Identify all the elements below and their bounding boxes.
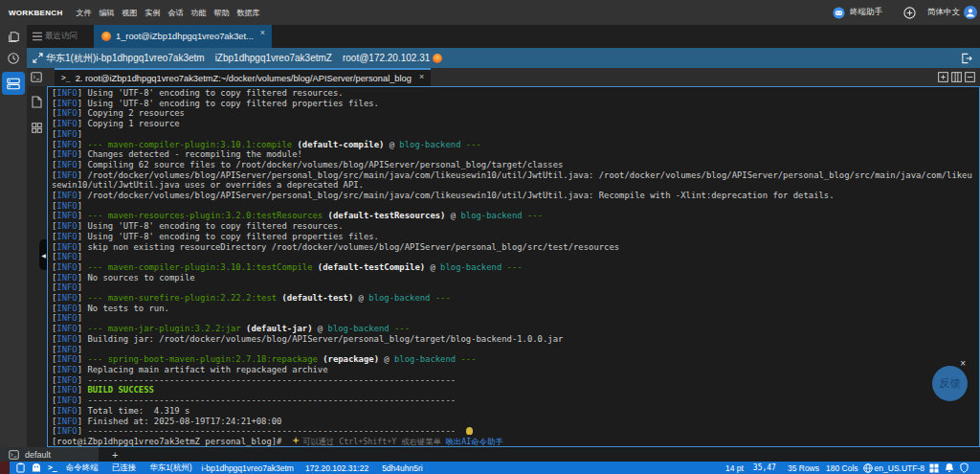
status-bar: >_ 命令终端 已连接 华东1(杭州) i-bp1dhpgq1vreo7ak3e… <box>0 462 980 474</box>
cols-indicator: 180 Cols <box>826 463 858 473</box>
menu-item-6[interactable]: 帮助 <box>212 8 231 18</box>
assistant-robot-icon[interactable] <box>833 7 845 19</box>
close-tab-icon[interactable]: × <box>260 28 265 37</box>
terminal-line: [INFO] Finished at: 2025-08-19T17:24:21+… <box>52 417 979 427</box>
assistant-label[interactable]: 终端助手 <box>850 7 882 18</box>
terminal-line: [INFO] --- maven-compiler-plugin:3.10.1:… <box>52 140 979 150</box>
activity-bar <box>0 25 27 447</box>
terminal-line: [INFO] /root/docker/volumes/blog/APIServ… <box>52 170 979 181</box>
font-size-indicator[interactable]: 14 pt <box>725 463 744 473</box>
terminal-line: [INFO] skip non existing resourceDirecto… <box>52 242 979 253</box>
tab-list-icon[interactable] <box>32 32 43 41</box>
cursor-position: 35,47 <box>753 463 776 472</box>
login-address: root@172.20.102.31 <box>343 53 430 63</box>
terminal-line: [INFO] Copying 1 resource <box>52 119 979 129</box>
session-tab-bar: 最近访问 1_root@iZbp1dhpgq1vreo7ak3et... × <box>27 25 980 48</box>
avatar[interactable] <box>964 6 977 19</box>
file-upload-icon[interactable] <box>32 96 42 108</box>
terminal-tab-active[interactable]: >_ 2. root@iZbp1dhpgq1vreo7ak3etmZ:~/doc… <box>55 68 431 86</box>
terminal-output: [INFO] Using 'UTF-8' encoding to copy fi… <box>48 87 979 447</box>
menubar-menus: 文件编辑视图实例会话功能帮助数据库 <box>72 8 263 18</box>
new-terminal-icon[interactable] <box>938 72 948 82</box>
terminal-panel-icon[interactable] <box>31 72 42 82</box>
terminal-line: [INFO] --- maven-jar-plugin:3.2.2:jar (d… <box>52 324 979 334</box>
terminal-line: [INFO] Compiling 62 source files to /roo… <box>52 160 979 170</box>
terminal-line: [root@iZbp1dhpgq1vreo7ak3etmZ personal_b… <box>52 437 979 447</box>
default-session-tab[interactable]: default <box>0 447 99 462</box>
session-info-bar: 华东1(杭州)i-bp1dhpgq1vreo7ak3etm iZbp1dhpgq… <box>27 48 980 68</box>
clipboard-icon[interactable] <box>16 463 25 473</box>
terminal-icon <box>9 450 19 460</box>
terminal-line: [INFO] <box>52 201 979 212</box>
menu-item-5[interactable]: 功能 <box>189 8 208 18</box>
plus-circle-icon[interactable] <box>903 7 916 19</box>
language-selector[interactable]: 简体中文 <box>927 7 960 18</box>
menu-item-7[interactable]: 数据库 <box>234 8 261 18</box>
terminal-screen[interactable]: [INFO] Using 'UTF-8' encoding to copy fi… <box>47 86 980 447</box>
terminal-line: [INFO] No tests to run. <box>52 304 979 314</box>
terminal-line: [INFO] ---------------------------------… <box>52 426 979 437</box>
sessions-tab-active[interactable] <box>2 72 25 95</box>
menu-item-3[interactable]: 实例 <box>143 8 162 18</box>
shield-icon[interactable] <box>960 463 969 473</box>
statusbar-terminal-label[interactable]: 命令终端 <box>66 463 99 474</box>
terminal-line: [INFO] No sources to compile <box>52 273 979 283</box>
connection-status: 已连接 <box>112 463 137 474</box>
statusbar-region: 华东1(杭州) <box>149 463 191 474</box>
statusbar-address: 172.20.102.31:22 <box>305 463 368 473</box>
terminal-line: [INFO] Building jar: /root/docker/volume… <box>52 334 979 345</box>
globe-icon[interactable] <box>863 463 873 473</box>
workbench-logo: WORKBENCH <box>9 9 62 17</box>
bell-icon[interactable] <box>945 463 954 473</box>
terminal-tab-bar: >_ 2. root@iZbp1dhpgq1vreo7ak3etmZ:~/doc… <box>27 68 980 86</box>
menu-bar: WORKBENCH 文件编辑视图实例会话功能帮助数据库 终端助手 简体中文 <box>0 0 980 25</box>
history-icon[interactable] <box>7 52 20 65</box>
terminal-line: [INFO] --- spring-boot-maven-plugin:2.7.… <box>52 354 979 365</box>
terminal-line: [INFO] Using 'UTF-8' encoding to copy fi… <box>52 88 979 99</box>
add-session-button[interactable]: + <box>112 449 118 461</box>
recording-indicator <box>0 462 10 474</box>
minimize-terminal-icon[interactable] <box>965 72 975 82</box>
apps-grid-icon[interactable] <box>32 123 42 133</box>
expand-icon[interactable] <box>33 53 43 63</box>
flame-icon <box>433 54 442 63</box>
statusbar-session-id: 5dh4uhn5ri <box>382 463 423 473</box>
terminal-line: sewin10/util/JwtUtil.java uses or overri… <box>52 180 979 191</box>
terminal-line: [INFO] --- maven-resources-plugin:3.2.0:… <box>52 211 979 221</box>
disconnect-icon[interactable] <box>961 53 972 64</box>
rows-indicator: 35 Rows <box>788 463 819 473</box>
terminal-line: [INFO] <box>52 129 979 140</box>
terminal-line: [INFO] <box>52 252 979 262</box>
split-terminal-icon[interactable] <box>951 72 962 82</box>
recent-visits-tab[interactable]: 最近访问 <box>45 31 78 42</box>
terminal-line: [INFO] /root/docker/volumes/blog/APIServ… <box>52 191 979 201</box>
menu-item-0[interactable]: 文件 <box>74 8 93 18</box>
terminal-prompt-icon[interactable]: >_ <box>48 463 57 472</box>
terminal-line: [INFO] Total time: 4.319 s <box>52 406 979 417</box>
terminal-line: [INFO] Using 'UTF-8' encoding to copy fi… <box>52 232 979 242</box>
terminal-line: [INFO] ---------------------------------… <box>52 395 979 406</box>
flame-icon <box>101 32 111 41</box>
close-feedback-icon[interactable]: × <box>960 358 966 369</box>
hostname: iZbp1dhpgq1vreo7ak3etmZ <box>215 53 332 63</box>
terminal-line: [INFO] Replacing main artifact with repa… <box>52 365 979 375</box>
close-terminal-tab-icon[interactable]: × <box>419 72 424 81</box>
menu-item-1[interactable]: 编辑 <box>97 8 116 18</box>
menu-item-2[interactable]: 视图 <box>120 8 139 18</box>
terminal-line: [INFO] BUILD SUCCESS <box>52 385 979 395</box>
terminal-line: [INFO] ---------------------------------… <box>52 375 979 386</box>
terminal-line: [INFO] <box>52 313 979 324</box>
session-tab-active[interactable]: 1_root@iZbp1dhpgq1vreo7ak3et... × <box>94 25 272 48</box>
ghost-icon[interactable] <box>32 463 41 473</box>
menu-item-4[interactable]: 会话 <box>166 8 185 18</box>
terminal-line: [INFO] Using 'UTF-8' encoding to copy fi… <box>52 99 979 109</box>
statusbar-instance: i-bp1dhpgq1vreo7ak3etm <box>202 463 294 473</box>
encoding-indicator[interactable]: en_US.UTF-8 <box>875 463 924 473</box>
terminal-line: [INFO] Copying 2 resources <box>52 108 979 119</box>
terminal-line: [INFO] <box>52 282 979 293</box>
keyboard-grid-icon[interactable] <box>929 463 939 473</box>
files-icon[interactable] <box>7 31 20 44</box>
feedback-button[interactable]: 反馈 <box>932 366 968 401</box>
terminal-line: [INFO] <box>52 345 979 355</box>
terminal-line: [INFO] --- maven-surefire-plugin:2.22.2:… <box>52 293 979 304</box>
